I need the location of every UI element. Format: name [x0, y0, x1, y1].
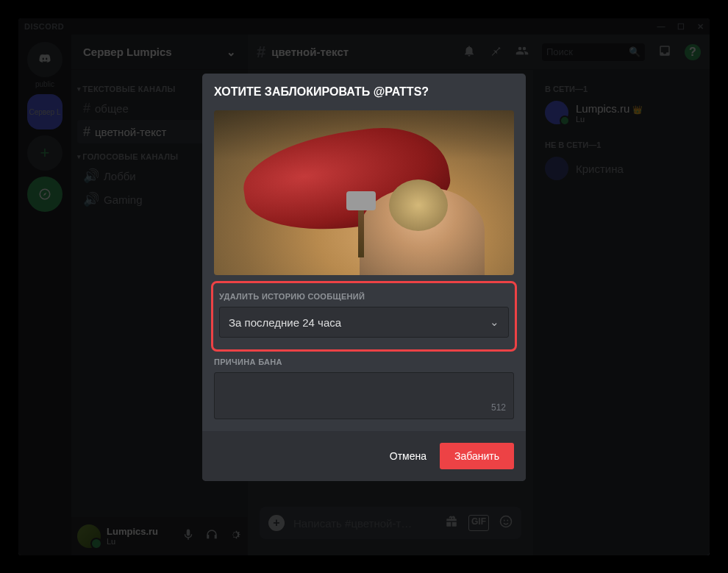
ban-animation — [214, 110, 514, 275]
ban-modal: ХОТИТЕ ЗАБЛОКИРОВАТЬ @PATTS? УДАЛИТЬ ИСТ… — [202, 74, 526, 481]
app-frame: DISCORD — ☐ ✕ public Сервер L + Сервер L… — [18, 18, 710, 555]
chevron-down-icon: ⌄ — [490, 316, 499, 329]
reason-label: ПРИЧИНА БАНА — [214, 357, 514, 366]
delete-history-label: УДАЛИТЬ ИСТОРИЮ СООБЩЕНИЙ — [219, 292, 509, 301]
modal-overlay[interactable]: ХОТИТЕ ЗАБЛОКИРОВАТЬ @PATTS? УДАЛИТЬ ИСТ… — [18, 18, 710, 555]
reason-textarea[interactable]: 512 — [214, 372, 514, 419]
modal-title: ХОТИТЕ ЗАБЛОКИРОВАТЬ @PATTS? — [214, 85, 514, 99]
select-value: За последние 24 часа — [229, 316, 341, 329]
ban-button[interactable]: Забанить — [440, 443, 514, 469]
char-count: 512 — [491, 402, 506, 413]
delete-history-select[interactable]: За последние 24 часа ⌄ — [219, 307, 509, 338]
cancel-button[interactable]: Отмена — [390, 450, 427, 462]
highlight-annotation: УДАЛИТЬ ИСТОРИЮ СООБЩЕНИЙ За последние 2… — [211, 281, 517, 352]
